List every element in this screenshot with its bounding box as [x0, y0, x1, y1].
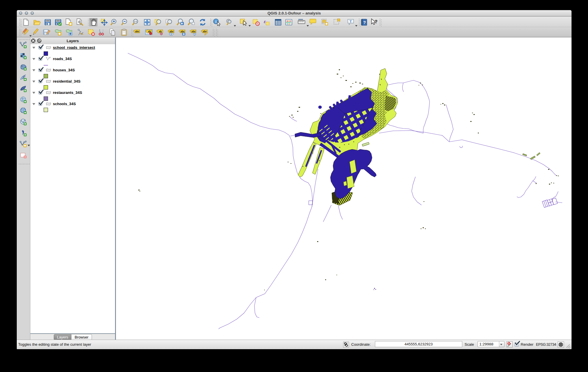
svg-text:1:1: 1:1	[134, 21, 137, 23]
svg-text:i: i	[215, 19, 217, 24]
svg-text:?: ?	[363, 20, 366, 25]
svg-text:abc: abc	[135, 30, 139, 33]
svg-text:abc: abc	[191, 30, 196, 33]
svg-text:ε: ε	[264, 19, 266, 24]
svg-text:T: T	[350, 19, 352, 23]
svg-text:abc: abc	[169, 30, 174, 33]
svg-text:abc: abc	[180, 30, 185, 33]
svg-text:?: ?	[375, 19, 378, 24]
